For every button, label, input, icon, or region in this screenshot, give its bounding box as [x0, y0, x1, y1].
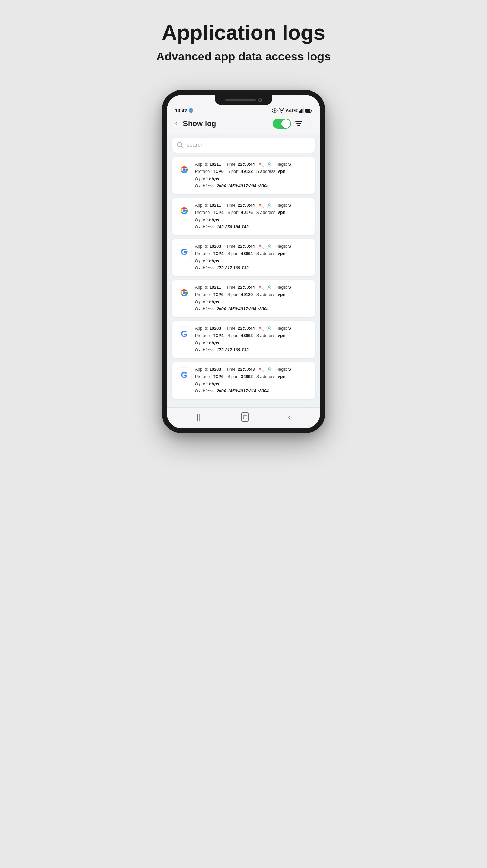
shield-icon — [189, 108, 193, 113]
svg-rect-8 — [306, 109, 310, 112]
log-card[interactable]: App id: 10211 Time: 22:50:44 Flags: S Pr — [172, 280, 315, 317]
wifi-off-icon — [259, 368, 264, 372]
svg-point-31 — [268, 286, 270, 288]
wifi-off-icon — [259, 245, 264, 249]
user-icon — [267, 203, 271, 208]
content-area: search App id: 10211 — [167, 134, 320, 407]
log-list: App id: 10211 Time: 22:50:44 Flags: S Pr — [172, 157, 315, 399]
log-info: App id: 10211 Time: 22:50:44 Flags: S Pr — [195, 202, 310, 231]
svg-point-37 — [268, 368, 270, 370]
top-bar: ‹ Show log ⋮ — [167, 115, 320, 134]
user-icon — [267, 285, 271, 290]
svg-rect-2 — [299, 111, 300, 113]
log-info: App id: 10203 Time: 22:50:44 Flags: S Pr — [195, 243, 310, 272]
phone-frame: 10:42 VoLTE2 — [162, 90, 325, 433]
svg-point-22 — [183, 209, 186, 212]
log-card[interactable]: G App id: 10203 Time: 22:50:44 — [172, 321, 315, 358]
log-card[interactable]: G App id: 10203 Time: 22:50:44 — [172, 239, 315, 276]
user-icon — [267, 367, 271, 372]
search-icon — [177, 142, 183, 148]
more-options-button[interactable]: ⋮ — [307, 120, 313, 128]
log-card[interactable]: App id: 10211 Time: 22:50:44 Flags: S Pr — [172, 198, 315, 235]
user-icon — [267, 162, 271, 167]
svg-rect-3 — [300, 110, 301, 113]
wifi-icon — [279, 108, 284, 113]
status-time: 10:42 — [175, 108, 187, 113]
show-log-toggle[interactable] — [273, 119, 291, 129]
svg-point-26 — [268, 245, 270, 247]
svg-rect-7 — [311, 110, 312, 111]
status-bar: 10:42 VoLTE2 — [167, 105, 320, 115]
battery-icon — [305, 109, 312, 113]
signal-icon — [299, 108, 304, 113]
svg-point-1 — [274, 110, 276, 112]
svg-point-17 — [183, 168, 186, 171]
user-icon — [267, 326, 271, 331]
screen-title: Show log — [183, 119, 269, 128]
filter-icon[interactable] — [295, 120, 303, 127]
svg-point-30 — [183, 291, 186, 294]
wifi-off-icon — [259, 204, 264, 208]
page-subtitle: Advanced app data access logs — [156, 50, 331, 63]
log-info: App id: 10203 Time: 22:50:43 Flags: S Pr — [195, 366, 310, 395]
search-bar[interactable]: search — [172, 138, 315, 153]
search-input[interactable]: search — [187, 142, 204, 148]
svg-rect-5 — [303, 108, 304, 113]
log-info: App id: 10211 Time: 22:50:44 Flags: S Pr — [195, 161, 310, 190]
svg-point-18 — [268, 163, 270, 165]
wifi-off-icon — [259, 286, 264, 290]
user-icon — [267, 244, 271, 249]
log-card[interactable]: App id: 10211 Time: 22:50:44 Flags: S Pr — [172, 157, 315, 194]
log-info: App id: 10211 Time: 22:50:44 Flags: S Pr — [195, 284, 310, 313]
page-title: Application logs — [162, 20, 325, 44]
svg-line-13 — [181, 146, 183, 148]
bottom-nav: ||| □ ‹ — [167, 407, 320, 428]
wifi-off-icon — [259, 163, 264, 167]
svg-point-34 — [268, 327, 270, 329]
svg-point-23 — [268, 204, 270, 206]
recents-button[interactable]: ||| — [197, 413, 202, 421]
back-nav-button[interactable]: ‹ — [288, 413, 290, 421]
status-icons: VoLTE2 — [272, 108, 312, 113]
home-button[interactable]: □ — [241, 412, 249, 422]
wifi-off-icon — [259, 327, 264, 331]
log-card[interactable]: G App id: 10203 Time: 22:50:43 — [172, 362, 315, 399]
log-info: App id: 10203 Time: 22:50:44 Flags: S Pr — [195, 325, 310, 354]
lte-label: VoLTE2 — [286, 109, 298, 113]
svg-rect-4 — [301, 109, 303, 113]
eye-icon — [272, 108, 278, 113]
back-button[interactable]: ‹ — [174, 118, 179, 129]
phone-screen: 10:42 VoLTE2 — [167, 95, 320, 428]
